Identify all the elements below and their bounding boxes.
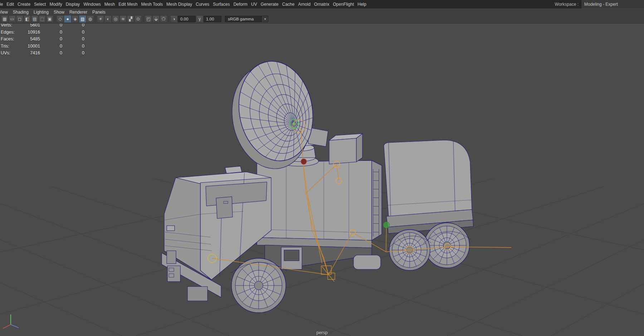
textured-icon[interactable]: ▨ [79, 15, 86, 23]
menu-display[interactable]: Display [64, 2, 82, 7]
film-gate-icon[interactable]: ▭ [9, 15, 16, 23]
main-menubar: FileEditCreateSelectModifyDisplayWindows… [0, 0, 644, 9]
gamma-toggle-icon[interactable]: γ [196, 15, 203, 23]
wheel-front[interactable] [231, 258, 286, 313]
gamma-field[interactable]: 1.00 [204, 16, 221, 22]
menu-windows[interactable]: Windows [82, 2, 103, 7]
joint-sphere-green [383, 222, 390, 228]
menu-arnold[interactable]: Arnold [296, 2, 312, 7]
anti-alias-icon[interactable]: ▞ [127, 15, 134, 23]
joint-marker-red [301, 159, 307, 164]
viewport-3d[interactable] [0, 0, 644, 336]
menu-select[interactable]: Select [32, 2, 48, 7]
hud-row-tris: Tris:1000100 [0, 43, 84, 50]
use-default-material-icon[interactable]: ◍ [87, 15, 94, 23]
panel-menu-panels[interactable]: Panels [90, 10, 108, 15]
toolbar-separator [223, 16, 223, 22]
resolution-gate-icon[interactable]: ◻ [16, 15, 23, 23]
menu-ornatrix[interactable]: Ornatrix [312, 2, 331, 7]
hud-row-edges: Edges:1091600 [0, 29, 84, 36]
isolate-select-icon[interactable]: ◰ [145, 15, 152, 23]
menu-modify[interactable]: Modify [48, 2, 64, 7]
workspace-selector[interactable]: Modeling - Expert [581, 0, 644, 9]
menu-deform[interactable]: Deform [231, 2, 249, 7]
panel-toolbar: ▦▭◻◧▤⬚▣◇●◈▨◍☀◐◎≋▞⊙◰⬙⬠ ◑ 0.00 γ 1.00 sRGB… [0, 15, 644, 24]
menu-file[interactable]: File [0, 2, 5, 7]
menu-mesh-display[interactable]: Mesh Display [165, 2, 194, 7]
shadows-icon[interactable]: ◐ [104, 15, 112, 23]
menu-surfaces[interactable]: Surfaces [211, 2, 231, 7]
ambient-occlusion-icon[interactable]: ◎ [112, 15, 119, 23]
panel-menu-lighting[interactable]: Lighting [31, 10, 51, 15]
toolbar-separator [169, 16, 169, 22]
poly-count-hud: Verts:560100Edges:1091600Faces:548500Tri… [0, 22, 84, 57]
menu-edit[interactable]: Edit [5, 2, 16, 7]
motion-blur-icon[interactable]: ≋ [119, 15, 127, 23]
panel-menu-renderer[interactable]: Renderer [67, 10, 90, 15]
hud-row-uvs: UVs:741600 [0, 50, 84, 57]
toolbar-separator [95, 16, 96, 22]
hud-row-faces: Faces:548500 [0, 36, 84, 43]
menu-mesh[interactable]: Mesh [103, 2, 117, 7]
menu-openflight[interactable]: OpenFlight [331, 2, 356, 7]
toolbar-separator [55, 16, 55, 22]
toolbar-separator [143, 16, 143, 22]
panel-menu-shading[interactable]: Shading [10, 10, 31, 15]
safe-title-icon[interactable]: ▣ [46, 15, 53, 23]
view-transform-caret-icon[interactable]: ▾ [262, 16, 268, 22]
exposure-field[interactable]: 0.00 [178, 16, 196, 22]
wheel-rear[interactable] [424, 223, 469, 268]
menu-mesh-tools[interactable]: Mesh Tools [140, 2, 165, 7]
panel-menubar: ViewShadingLightingShowRendererPanels [0, 9, 644, 15]
menu-create[interactable]: Create [16, 2, 32, 7]
workspace-label: Workspace : [555, 2, 581, 7]
menu-cache[interactable]: Cache [280, 2, 296, 7]
image-plane-icon[interactable]: ⬠ [160, 15, 167, 23]
lights-icon[interactable]: ☀ [97, 15, 104, 23]
wireframe-icon[interactable]: ◇ [57, 15, 64, 23]
menu-curves[interactable]: Curves [194, 2, 211, 7]
menu-generate[interactable]: Generate [259, 2, 280, 7]
panel-menu-show[interactable]: Show [51, 10, 67, 15]
panel-menu-view[interactable]: View [0, 10, 10, 15]
wireframe-on-shaded-icon[interactable]: ◈ [72, 15, 79, 23]
gate-mask-icon[interactable]: ◧ [24, 15, 31, 23]
field-chart-icon[interactable]: ▤ [31, 15, 38, 23]
exposure-toggle-icon[interactable]: ◑ [170, 15, 177, 23]
grid-icon[interactable]: ▦ [1, 15, 8, 23]
menu-uv[interactable]: UV [249, 2, 259, 7]
shaded-icon[interactable]: ● [64, 15, 71, 23]
camera-name-label: persp [0, 330, 644, 335]
safe-action-icon[interactable]: ⬚ [39, 15, 46, 23]
xray-icon[interactable]: ⬙ [152, 15, 160, 23]
menu-help[interactable]: Help [356, 2, 368, 7]
view-transform-select[interactable]: sRGB gamma [225, 16, 262, 22]
menu-edit-mesh[interactable]: Edit Mesh [117, 2, 139, 7]
depth-of-field-icon[interactable]: ⊙ [135, 15, 142, 23]
